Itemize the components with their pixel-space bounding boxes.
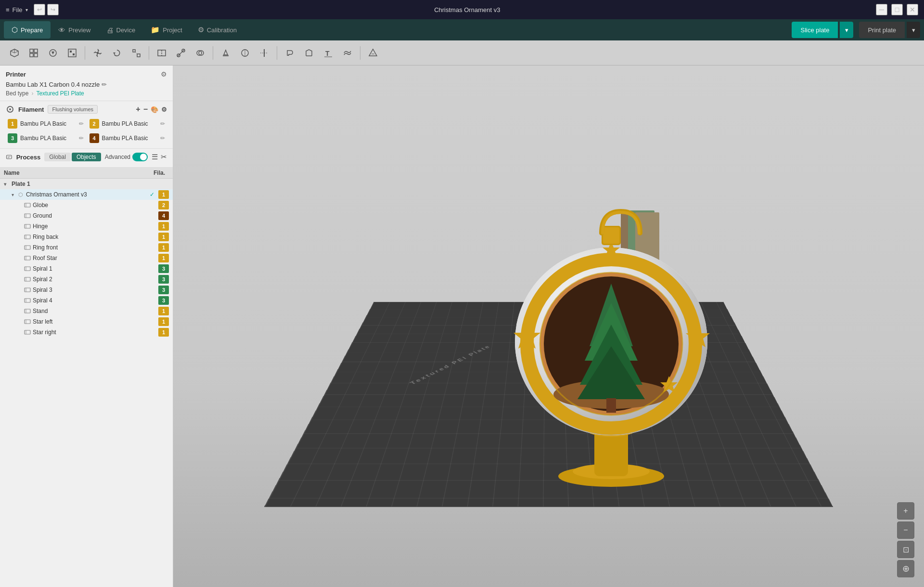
file-menu[interactable]: ≡ File ▾ xyxy=(6,6,28,13)
tree-item-fila[interactable]: 1 xyxy=(158,243,169,252)
slice-plate-btn[interactable]: Slice plate xyxy=(792,22,838,38)
arrange-tool-btn[interactable] xyxy=(64,44,81,62)
tree-item-fila[interactable]: 4 xyxy=(158,211,169,220)
measure-tool-btn[interactable] xyxy=(364,44,382,62)
paint-support-btn[interactable] xyxy=(300,44,318,62)
filament-label-3: Bambu PLA Basic xyxy=(20,135,66,142)
maximize-btn[interactable]: □ xyxy=(891,4,903,15)
tree-item[interactable]: ▸ Star right 1 xyxy=(0,327,173,338)
tree-item[interactable]: ▸ Spiral 1 3 xyxy=(0,263,173,274)
tree-item-fila[interactable]: 1 xyxy=(158,254,169,262)
height-tool-btn[interactable] xyxy=(256,44,273,62)
tree-item-fila[interactable]: 1 xyxy=(158,307,169,315)
filament-item-3[interactable]: 3 Bambu PLA Basic ✏ xyxy=(6,132,86,144)
tree-item[interactable]: ▸ Spiral 3 3 xyxy=(0,285,173,295)
fit-view-btn[interactable]: ⊡ xyxy=(897,541,914,558)
scale-tool-btn[interactable] xyxy=(128,44,145,62)
text-tool-btn[interactable]: T xyxy=(320,44,337,62)
plate-row[interactable]: ▾ Plate 1 xyxy=(0,179,173,189)
svg-rect-5 xyxy=(34,49,38,52)
filament-edit-1[interactable]: ✏ xyxy=(79,120,84,127)
model-fila[interactable]: 1 xyxy=(158,190,169,199)
nav-project[interactable]: 📁 Project xyxy=(143,21,190,39)
filament-edit-2[interactable]: ✏ xyxy=(160,120,165,127)
model-checkbox[interactable]: ✓ xyxy=(148,190,156,199)
remove-filament-btn[interactable]: − xyxy=(143,105,148,114)
close-btn[interactable]: ✕ xyxy=(907,4,918,15)
support-tool-btn[interactable] xyxy=(217,44,234,62)
viewport[interactable]: Textured PEI Plate xyxy=(173,65,924,587)
orient-tool-btn[interactable] xyxy=(44,44,62,62)
grid-tool-btn[interactable] xyxy=(25,44,42,62)
printer-edit-btn[interactable]: ✏ xyxy=(102,81,107,88)
filament-item-1[interactable]: 1 Bambu PLA Basic ✏ xyxy=(6,117,86,130)
nav-preview[interactable]: 👁 Preview xyxy=(51,21,98,39)
tab-objects[interactable]: Objects xyxy=(72,153,101,161)
tree-item[interactable]: ▸ Ring back 1 xyxy=(0,232,173,242)
print-dropdown-btn[interactable]: ▾ xyxy=(907,22,920,38)
nav-device[interactable]: 🖨 Device xyxy=(99,21,143,39)
model-row[interactable]: ▾ ⬡ Christmas Ornament v3 ✓ 1 xyxy=(0,189,173,200)
redo-btn[interactable]: ↪ xyxy=(47,4,59,15)
tree-item-fila[interactable]: 2 xyxy=(158,201,169,209)
tree-item-fila[interactable]: 1 xyxy=(158,317,169,326)
toolbar-separator-4 xyxy=(277,46,277,60)
tree-item-fila[interactable]: 3 xyxy=(158,296,169,305)
prepare-label: Prepare xyxy=(21,26,43,34)
tree-item[interactable]: ▸ Stand 1 xyxy=(0,306,173,316)
advanced-toggle-switch[interactable] xyxy=(132,153,148,161)
bed-type-label: Bed type xyxy=(6,90,28,97)
tree-item-expand: ▸ xyxy=(17,203,24,208)
tree-item[interactable]: ▸ Ring front 1 xyxy=(0,242,173,253)
rotate-tool-btn[interactable] xyxy=(108,44,126,62)
tree-item-name: Star left xyxy=(33,318,156,325)
filament-label-4: Bambu PLA Basic xyxy=(102,135,148,142)
nav-prepare[interactable]: ⬡ Prepare xyxy=(4,21,51,39)
tree-item-model-icon xyxy=(24,234,31,240)
printer-settings-btn[interactable]: ⚙ xyxy=(161,70,167,78)
undo-btn[interactable]: ↩ xyxy=(34,4,45,15)
tree-item-fila[interactable]: 3 xyxy=(158,264,169,273)
process-edit-btn[interactable]: ✂ xyxy=(161,153,167,161)
cut-tool-btn[interactable] xyxy=(172,44,190,62)
tree-item[interactable]: ▸ Globe 2 xyxy=(0,200,173,210)
filament-item-4[interactable]: 4 Bambu PLA Basic ✏ xyxy=(88,132,167,144)
filament-item-2[interactable]: 2 Bambu PLA Basic ✏ xyxy=(88,117,167,130)
boolean-tool-btn[interactable] xyxy=(192,44,209,62)
zoom-out-btn[interactable]: − xyxy=(897,522,914,539)
seam-tool-btn[interactable] xyxy=(236,44,254,62)
bed-type-value[interactable]: Textured PEI Plate xyxy=(36,90,84,97)
flushing-volumes-btn[interactable]: Flushing volumes xyxy=(48,105,98,114)
paint-color-btn[interactable] xyxy=(281,44,298,62)
tree-item-fila[interactable]: 3 xyxy=(158,286,169,294)
tree-item[interactable]: ▸ Star left 1 xyxy=(0,316,173,327)
tree-item-fila[interactable]: 1 xyxy=(158,328,169,337)
tree-item[interactable]: ▸ Spiral 2 3 xyxy=(0,274,173,285)
tree-item-fila[interactable]: 3 xyxy=(158,275,169,284)
add-filament-btn[interactable]: + xyxy=(136,105,140,114)
tree-item[interactable]: ▸ Spiral 4 3 xyxy=(0,295,173,306)
nav-calibration[interactable]: ⚙ Calibration xyxy=(190,21,244,39)
cube-tool-btn[interactable] xyxy=(6,44,23,62)
file-label[interactable]: File xyxy=(13,6,23,13)
filament-settings-btn[interactable]: ⚙ xyxy=(161,105,167,114)
print-plate-btn[interactable]: Print plate xyxy=(859,22,905,38)
move-tool-btn[interactable] xyxy=(89,44,106,62)
plate-expand-icon: ▾ xyxy=(4,182,11,187)
tree-item-fila[interactable]: 1 xyxy=(158,222,169,231)
tree-item[interactable]: ▸ Ground 4 xyxy=(0,210,173,221)
zoom-in-btn[interactable]: + xyxy=(897,502,914,520)
process-list-btn[interactable]: ☰ xyxy=(152,153,158,161)
tree-item-fila[interactable]: 1 xyxy=(158,233,169,241)
fuzzy-tool-btn[interactable] xyxy=(339,44,356,62)
tab-global[interactable]: Global xyxy=(44,153,71,161)
filament-edit-3[interactable]: ✏ xyxy=(79,135,84,142)
split-tool-btn[interactable] xyxy=(153,44,170,62)
tree-item[interactable]: ▸ Hinge 1 xyxy=(0,221,173,232)
slice-dropdown-btn[interactable]: ▾ xyxy=(840,22,853,38)
filament-edit-4[interactable]: ✏ xyxy=(160,135,165,142)
svg-rect-83 xyxy=(606,398,616,413)
minimize-btn[interactable]: ─ xyxy=(876,4,887,15)
tree-item[interactable]: ▸ Roof Star 1 xyxy=(0,253,173,263)
color-picker-btn[interactable]: 🎨 xyxy=(151,105,158,114)
